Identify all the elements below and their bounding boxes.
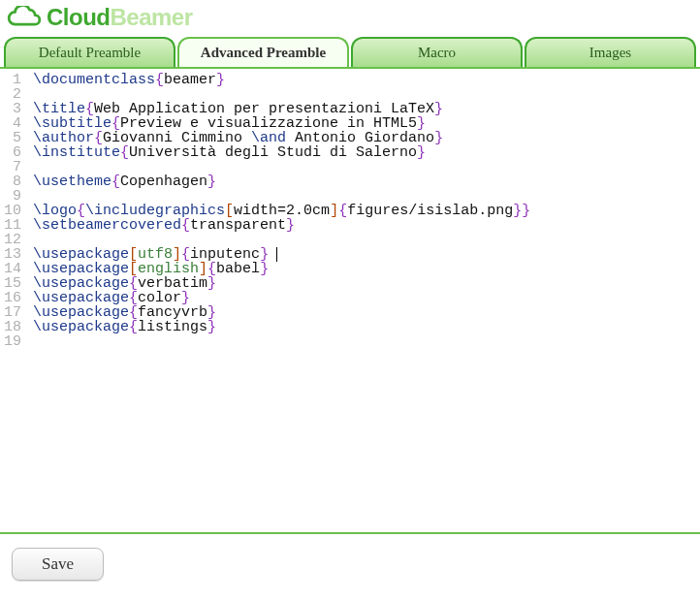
code-line[interactable] <box>33 160 700 174</box>
line-number: 12 <box>4 233 21 247</box>
code-line[interactable] <box>33 233 700 247</box>
code-line[interactable]: \usepackage{color} <box>33 291 700 305</box>
code-line[interactable]: \title{Web Application per presentazioni… <box>33 102 700 116</box>
editor-container: 12345678910111213141516171819 \documentc… <box>0 67 700 534</box>
code-line[interactable]: \usetheme{Copenhagen} <box>33 174 700 189</box>
line-number: 15 <box>4 276 21 291</box>
code-line[interactable]: \author{Giovanni Cimmino \and Antonio Gi… <box>33 131 700 145</box>
line-number: 5 <box>4 131 21 145</box>
line-number: 7 <box>4 160 21 174</box>
line-number: 19 <box>4 334 21 349</box>
code-editor[interactable]: 12345678910111213141516171819 \documentc… <box>0 69 700 532</box>
code-line[interactable]: \documentclass{beamer} <box>33 73 700 87</box>
save-button[interactable]: Save <box>12 548 104 581</box>
code-line[interactable]: \usepackage{fancyvrb} <box>33 305 700 320</box>
tab-default-preamble[interactable]: Default Preamble <box>4 37 175 67</box>
app-logo: CloudBeamer <box>6 4 694 31</box>
line-number: 17 <box>4 305 21 320</box>
bottom-bar: Save <box>0 534 700 594</box>
logo-text: CloudBeamer <box>47 4 193 31</box>
line-number: 8 <box>4 174 21 189</box>
code-line[interactable]: \institute{Università degli Studi di Sal… <box>33 145 700 160</box>
text-cursor <box>276 247 277 262</box>
code-line[interactable]: \usepackage{listings} <box>33 320 700 334</box>
tab-bar: Default PreambleAdvanced PreambleMacroIm… <box>0 37 700 67</box>
line-number: 16 <box>4 291 21 305</box>
code-line[interactable]: \usepackage[utf8]{inputenc} <box>33 247 700 262</box>
code-area[interactable]: \documentclass{beamer}\title{Web Applica… <box>27 69 700 532</box>
line-number: 10 <box>4 204 21 218</box>
line-number: 14 <box>4 262 21 276</box>
code-line[interactable]: \logo{\includegraphics[width=2.0cm]{figu… <box>33 204 700 218</box>
line-number: 13 <box>4 247 21 262</box>
code-line[interactable] <box>33 87 700 102</box>
line-gutter: 12345678910111213141516171819 <box>0 69 27 532</box>
line-number: 9 <box>4 189 21 204</box>
tab-macro[interactable]: Macro <box>351 37 523 67</box>
line-number: 18 <box>4 320 21 334</box>
line-number: 4 <box>4 116 21 131</box>
line-number: 1 <box>4 73 21 87</box>
code-line[interactable]: \subtitle{Preview e visualizzazione in H… <box>33 116 700 131</box>
tab-advanced-preamble[interactable]: Advanced Preamble <box>177 37 349 67</box>
code-line[interactable]: \usepackage[english]{babel} <box>33 262 700 276</box>
code-line[interactable]: \usepackage{verbatim} <box>33 276 700 291</box>
code-line[interactable]: \setbeamercovered{transparent} <box>33 218 700 233</box>
tab-images[interactable]: Images <box>525 37 696 67</box>
header: CloudBeamer <box>0 0 700 35</box>
line-number: 11 <box>4 218 21 233</box>
cloud-icon <box>6 6 43 29</box>
line-number: 2 <box>4 87 21 102</box>
code-line[interactable] <box>33 334 700 349</box>
line-number: 3 <box>4 102 21 116</box>
code-line[interactable] <box>33 189 700 204</box>
line-number: 6 <box>4 145 21 160</box>
